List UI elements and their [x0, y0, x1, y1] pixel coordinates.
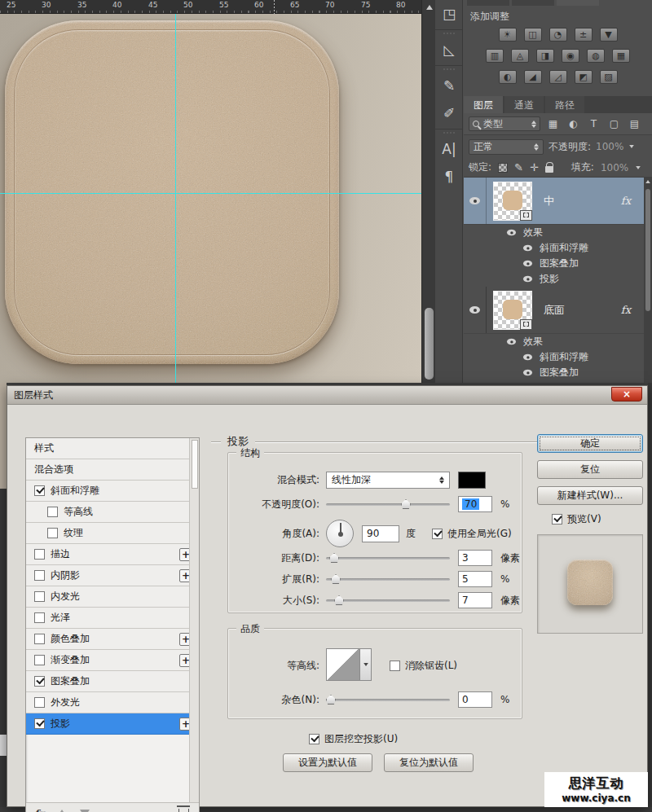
checkbox[interactable] [34, 591, 45, 602]
layer-name[interactable]: 底面 [544, 303, 565, 318]
visibility-eye-icon[interactable] [523, 245, 532, 252]
style-row-color-overlay[interactable]: 颜色叠加 + [26, 629, 199, 650]
checkbox-checked[interactable] [34, 676, 45, 687]
type-layer-filter-icon[interactable]: T [586, 117, 601, 131]
scroll-up-icon[interactable] [422, 0, 436, 14]
lock-transparency-icon[interactable] [498, 163, 508, 173]
preview-checkbox[interactable] [552, 514, 562, 525]
layer-row-bottom[interactable]: 底面 fx [464, 287, 652, 334]
blend-mode-dropdown[interactable]: 正常 [469, 139, 544, 155]
style-row-inner-shadow[interactable]: 内阴影 + [26, 565, 199, 586]
properties-panel-icon[interactable]: ◺ [435, 36, 463, 64]
horizontal-guide[interactable] [0, 193, 421, 194]
posterize-icon[interactable]: ◢ [524, 70, 542, 84]
hue-saturation-icon[interactable]: ▥ [486, 49, 504, 63]
shadow-blend-mode-dropdown[interactable]: 线性加深 [326, 472, 450, 489]
adjustment-layer-filter-icon[interactable]: ◐ [566, 117, 581, 131]
checkbox[interactable] [47, 528, 58, 538]
color-balance-icon[interactable]: ◬ [511, 49, 529, 63]
fx-badge[interactable]: fx [621, 195, 631, 207]
spread-slider[interactable] [326, 573, 450, 585]
style-row-drop-shadow[interactable]: 投影 + [26, 713, 199, 735]
horizontal-ruler[interactable]: 25 30 35 40 45 50 55 60 65 70 75 80 [0, 0, 421, 14]
brightness-contrast-icon[interactable]: ☀ [499, 28, 517, 42]
opacity-slider[interactable] [326, 498, 450, 510]
brush-presets-panel-icon[interactable]: ✎ [435, 72, 463, 99]
threshold-icon[interactable]: ◿ [549, 70, 567, 84]
lock-paint-icon[interactable]: ✎ [514, 162, 523, 173]
style-row-pattern-overlay[interactable]: 图案叠加 [26, 671, 199, 692]
lock-all-icon[interactable] [545, 166, 553, 173]
character-panel-icon[interactable]: A| [435, 135, 463, 163]
curves-icon[interactable]: ◔ [549, 28, 567, 42]
contour-dropdown-icon[interactable] [360, 648, 372, 681]
checkbox-checked[interactable] [34, 718, 45, 729]
knockout-checkbox[interactable] [309, 734, 319, 744]
opacity-dropdown-icon[interactable] [630, 145, 635, 148]
size-slider[interactable] [326, 595, 450, 606]
size-input[interactable]: 7 [458, 592, 492, 608]
panel-tab-stub[interactable] [512, 0, 554, 6]
delete-effect-icon[interactable] [178, 809, 189, 812]
canvas-vertical-scrollbar[interactable] [421, 0, 435, 383]
checkbox[interactable] [34, 570, 45, 581]
vibrance-icon[interactable]: ▼ [600, 28, 618, 42]
photo-filter-icon[interactable]: ◉ [562, 49, 579, 63]
fx-badge[interactable]: fx [621, 304, 631, 316]
shape-layer-filter-icon[interactable]: ▢ [606, 117, 622, 131]
checkbox[interactable] [34, 612, 45, 623]
3d-panel-icon[interactable]: ◳ [435, 0, 463, 28]
angle-dial[interactable] [326, 520, 354, 547]
levels-icon[interactable]: ◫ [524, 28, 542, 42]
checkbox[interactable] [34, 697, 45, 708]
global-light-checkbox[interactable] [432, 529, 443, 539]
paragraph-panel-icon[interactable]: ¶ [435, 163, 463, 191]
opacity-value[interactable]: 100% [596, 141, 623, 152]
lock-move-icon[interactable]: ✛ [530, 162, 539, 173]
brush-panel-icon[interactable]: ✐ [435, 99, 463, 127]
slider-thumb[interactable] [331, 574, 341, 584]
visibility-eye-icon[interactable] [523, 261, 532, 267]
visibility-eye-icon[interactable] [507, 230, 516, 236]
style-row-contour[interactable]: 等高线 [26, 502, 199, 523]
antialias-checkbox[interactable] [390, 661, 400, 671]
effect-row-pattern-overlay[interactable]: 图案叠加 [464, 256, 652, 271]
pixel-layer-filter-icon[interactable]: ▦ [545, 117, 561, 131]
distance-slider[interactable] [326, 552, 450, 564]
fill-value[interactable]: 100% [601, 162, 628, 173]
noise-slider[interactable] [326, 694, 450, 705]
visibility-eye-icon[interactable] [523, 354, 532, 361]
reset-button[interactable]: 复位 [537, 460, 643, 479]
style-row-styles[interactable]: 样式 [26, 438, 199, 459]
vertical-guide[interactable] [175, 14, 176, 383]
noise-input[interactable]: 0 [458, 691, 492, 708]
style-row-bevel-emboss[interactable]: 斜面和浮雕 [26, 481, 199, 502]
slider-thumb[interactable] [334, 595, 344, 605]
slider-thumb[interactable] [326, 695, 336, 704]
effect-row-drop-shadow[interactable]: 投影 [464, 271, 652, 287]
ok-button[interactable]: 确定 [537, 434, 643, 453]
scrollbar-thumb[interactable] [645, 189, 650, 311]
black-white-icon[interactable]: ◨ [536, 49, 554, 63]
checkbox[interactable] [34, 549, 45, 560]
selective-color-icon[interactable]: ▨ [600, 70, 618, 84]
style-row-outer-glow[interactable]: 外发光 [26, 692, 199, 713]
visibility-eye-icon[interactable] [507, 339, 516, 345]
scrollbar-thumb[interactable] [192, 440, 198, 489]
opacity-input[interactable]: 70 [458, 496, 492, 512]
fill-dropdown-icon[interactable] [636, 165, 641, 169]
exposure-icon[interactable]: ± [575, 28, 593, 42]
panel-tab-stub-active[interactable] [557, 0, 599, 6]
visibility-eye-icon[interactable] [469, 197, 480, 204]
layer-thumbnail[interactable] [493, 291, 532, 330]
spread-input[interactable]: 5 [458, 571, 492, 587]
panel-tab-stub[interactable] [467, 0, 509, 6]
effect-row-pattern-overlay[interactable]: 图案叠加 [464, 365, 652, 380]
tab-channels[interactable]: 通道 [504, 96, 544, 113]
layers-scrollbar[interactable] [644, 178, 652, 383]
shadow-color-swatch[interactable] [458, 472, 486, 489]
fx-menu-button[interactable]: fx [34, 808, 44, 812]
style-list-scrollbar[interactable] [189, 438, 199, 802]
gradient-map-icon[interactable]: ◩ [575, 70, 593, 84]
visibility-eye-icon[interactable] [523, 276, 532, 283]
